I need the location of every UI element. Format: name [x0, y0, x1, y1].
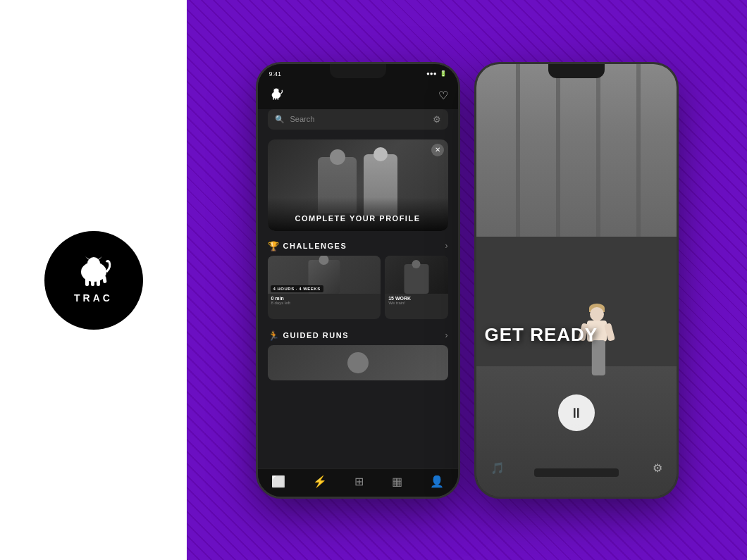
- room-floor: [476, 366, 677, 496]
- svg-point-2: [87, 257, 100, 270]
- challenges-icon: 🏆: [268, 241, 279, 251]
- woman-head: [590, 307, 604, 321]
- challenge-card-1[interactable]: 4 HOURS · 4 WEEKS 0 min 8 days left: [268, 256, 381, 319]
- profile-card-title: COMPLETE YOUR PROFILE: [295, 214, 421, 223]
- challenge-info-2: 15 WORK We train!: [385, 294, 447, 307]
- challenges-title-group: 🏆 CHALLENGES: [268, 241, 347, 251]
- guided-run-figure: [347, 352, 369, 373]
- challenges-section-header: 🏆 CHALLENGES ›: [258, 235, 458, 256]
- challenges-row: 4 HOURS · 4 WEEKS 0 min 8 days left: [258, 256, 458, 325]
- nav-workouts[interactable]: ⚡: [313, 475, 327, 488]
- challenge-duration: 0 min: [271, 296, 378, 301]
- beam-1: [516, 64, 520, 237]
- home-icon: ⬜: [271, 475, 285, 488]
- challenge-info-1: 0 min 8 days left: [268, 294, 381, 307]
- svg-rect-8: [102, 275, 107, 283]
- nav-home[interactable]: ⬜: [271, 475, 285, 488]
- bottom-nav: ⬜ ⚡ ⊞ ▦ 👤: [258, 468, 458, 497]
- svg-rect-5: [85, 278, 89, 286]
- guided-run-bg: [268, 345, 448, 380]
- puma-header-icon: [268, 88, 285, 101]
- beam-3: [596, 64, 600, 237]
- woman-leg-right: [597, 340, 605, 375]
- challenge-sub2: We train!: [388, 301, 444, 305]
- challenges-arrow[interactable]: ›: [445, 241, 448, 251]
- nav-calendar[interactable]: ▦: [392, 475, 402, 488]
- challenge-tag: 4 HOURS · 4 WEEKS: [271, 285, 323, 292]
- svg-rect-13: [273, 97, 274, 99]
- pause-icon: ⏸: [569, 405, 584, 421]
- phone-2-screen: GET READY ⏸ 🎵 ⚙: [476, 64, 677, 497]
- filter-icon[interactable]: ⚙: [433, 114, 441, 125]
- challenge-sub: 8 days left: [271, 301, 378, 305]
- heart-icon[interactable]: ♡: [438, 89, 448, 102]
- profile-card[interactable]: COMPLETE YOUR PROFILE ✕: [268, 139, 448, 231]
- phone-2: GET READY ⏸ 🎵 ⚙: [474, 62, 679, 499]
- challenge-workouts: 15 WORK: [388, 296, 444, 301]
- challenge-card-2-bg: [385, 256, 447, 294]
- get-ready-text: GET READY: [485, 325, 598, 345]
- phone-1: 9:41 ●●● 🔋: [256, 62, 460, 499]
- svg-rect-15: [277, 97, 278, 99]
- battery-icon: 🔋: [440, 70, 447, 77]
- trac-label: TRAC: [74, 292, 113, 304]
- brand-logo: TRAC: [44, 231, 143, 330]
- guided-runs-arrow[interactable]: ›: [445, 330, 448, 340]
- nav-profile[interactable]: 👤: [430, 475, 444, 488]
- challenge-card-1-bg: 4 HOURS · 4 WEEKS: [268, 256, 381, 294]
- svg-rect-6: [91, 278, 94, 286]
- guided-runs-icon: 🏃: [268, 330, 279, 341]
- room-ceiling: [476, 64, 677, 237]
- woman-video-figure: [577, 304, 616, 388]
- profile-card-overlay: COMPLETE YOUR PROFILE: [268, 197, 448, 231]
- puma-logo-header: [268, 88, 285, 104]
- left-panel: TRAC: [0, 0, 187, 560]
- search-bar[interactable]: 🔍 Search ⚙: [268, 109, 448, 130]
- challenge-figure-2: [404, 264, 428, 294]
- nav-grid[interactable]: ⊞: [354, 475, 364, 488]
- puma-icon: [73, 256, 115, 288]
- phone-1-screen: 9:41 ●●● 🔋: [258, 64, 458, 497]
- guided-runs-title-group: 🏃 GUIDED RUNS: [268, 330, 350, 341]
- calendar-icon: ▦: [392, 475, 402, 488]
- right-panel: 9:41 ●●● 🔋: [187, 0, 747, 560]
- close-icon: ✕: [435, 146, 440, 154]
- beam-2: [556, 64, 560, 237]
- challenge-card-2[interactable]: 15 WORK We train!: [385, 256, 447, 319]
- video-settings-icon[interactable]: ⚙: [653, 461, 662, 475]
- guided-runs-title: GUIDED RUNS: [283, 331, 350, 340]
- challenges-title: CHALLENGES: [283, 242, 347, 250]
- guided-runs-section-header: 🏃 GUIDED RUNS ›: [258, 325, 458, 345]
- grid-icon: ⊞: [354, 475, 364, 488]
- search-input[interactable]: Search: [290, 115, 427, 123]
- phone-notch: [330, 64, 386, 78]
- close-button[interactable]: ✕: [431, 144, 444, 156]
- app-header: ♡: [258, 84, 458, 109]
- phone-2-notch: [548, 64, 605, 78]
- beam-4: [636, 64, 641, 237]
- search-icon: 🔍: [275, 115, 285, 124]
- signal-icon: ●●●: [426, 70, 437, 77]
- video-bottom-controls: 🎵 ⚙: [476, 461, 677, 475]
- profile-icon: 👤: [430, 475, 444, 488]
- pause-button[interactable]: ⏸: [558, 394, 595, 431]
- time: 9:41: [269, 70, 282, 77]
- workouts-icon: ⚡: [313, 475, 327, 488]
- svg-rect-14: [275, 97, 276, 99]
- profile-card-background: COMPLETE YOUR PROFILE ✕: [268, 139, 448, 231]
- music-icon[interactable]: 🎵: [490, 461, 505, 475]
- phone-content: COMPLETE YOUR PROFILE ✕ 🏆 CHALLENGES ›: [258, 135, 458, 468]
- guided-run-card[interactable]: [268, 345, 448, 380]
- svg-rect-7: [97, 278, 100, 286]
